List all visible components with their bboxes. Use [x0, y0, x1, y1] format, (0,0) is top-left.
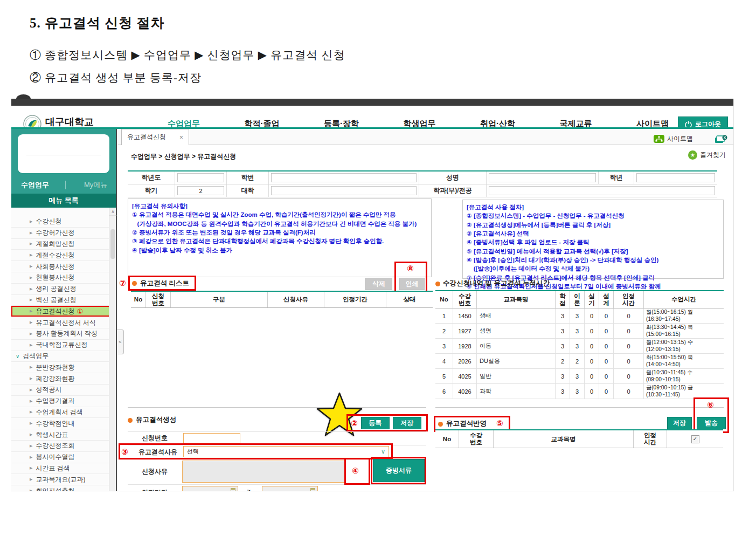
name-input[interactable]: [489, 173, 596, 182]
column-header: 교과목명: [477, 291, 556, 308]
print-button[interactable]: 인쇄: [399, 278, 425, 290]
triangle-icon: ∨: [16, 353, 19, 359]
column-header: 수강 번호: [459, 430, 494, 448]
cell-recognized: 0: [614, 339, 644, 354]
period-start-input[interactable]: [182, 486, 238, 491]
reason-textarea[interactable]: [182, 461, 345, 483]
sidebar-menu-item[interactable]: ▶ 교과목개요(교과): [11, 474, 110, 485]
sidebar-menu-item[interactable]: ▶ 봉사이수열람: [11, 452, 110, 463]
cell-design: 0: [599, 369, 614, 384]
attachment-button[interactable]: 증빙서류: [373, 459, 425, 482]
sidebar-menu-item[interactable]: ▶ 사회봉사신청: [11, 261, 110, 272]
sidebar-menu-item[interactable]: ▶ 수업계획서 검색: [11, 407, 110, 419]
notice-line: ([발송]이후에는 데이터 수정 및 삭제 불가): [467, 264, 719, 273]
sidebar-menu-item[interactable]: ▶ 분반강좌현황: [11, 362, 110, 373]
sidebar-menu-item[interactable]: ▶ 국내학점교류신청: [11, 340, 110, 351]
triangle-icon: ▶: [30, 332, 32, 336]
applyno-label: 신청번호: [128, 431, 182, 445]
sidebar-menu-item-label: 유고결석신청서 서식: [36, 318, 95, 327]
sidebar-menu-item[interactable]: ▶ 계절희망신청: [11, 239, 110, 250]
sidebar-menu-item[interactable]: ▶ 헌혈봉사신청: [11, 272, 110, 284]
cell-course: 생명: [477, 324, 556, 339]
divider: [128, 407, 426, 408]
scrollbar-thumb[interactable]: [110, 229, 115, 259]
apply-section-title: 유고결석반영: [446, 419, 487, 428]
sidebar-menu-item[interactable]: ▶ 유고결석신청서 서식: [11, 317, 110, 328]
triangle-icon: ▶: [30, 220, 32, 224]
sidebar-scrollbar[interactable]: ∧: [109, 208, 116, 491]
sidebar-tab-lecture[interactable]: 수업업무: [21, 180, 49, 190]
grade-input[interactable]: [636, 173, 715, 182]
sidebar-tabs: 수업업무 My메뉴: [11, 178, 116, 192]
divider: [435, 407, 724, 408]
close-icon[interactable]: ×: [179, 134, 183, 141]
semester-input[interactable]: [177, 186, 224, 195]
sidebar-menu-item[interactable]: ▶ 유고결석신청 ①: [11, 306, 110, 317]
column-header: 신청사유: [268, 292, 324, 307]
sidebar-menu-item[interactable]: ▶ 수강신청조회: [11, 441, 110, 452]
table-row: 4 2026 DU실용 2 2 0 0 0 화(15:00~15:50) 목(1…: [435, 354, 724, 369]
scroll-up-icon[interactable]: ∧: [109, 208, 116, 216]
table-row: 3 1928 아동 3 3 0 0 0 월(12:00~13:15) 수(12:…: [435, 339, 724, 354]
tab-yugogyeolseok[interactable]: 유고결석신청 ×: [121, 129, 189, 145]
sidebar-menu-item[interactable]: ▶ 백신 공결신청: [11, 295, 110, 306]
cell-no: 2: [435, 324, 453, 339]
cell-schedule: 금(09:00~10:15) 금(10:30~11:45): [644, 384, 724, 399]
apply-save-button[interactable]: 저장: [667, 417, 692, 429]
triangle-icon: ▶: [30, 444, 32, 448]
sidebar-menu-item[interactable]: ▶ 폐강강좌현황: [11, 373, 110, 385]
sidebar-menu-item[interactable]: ▶ 성적공시: [11, 385, 110, 396]
close-all-tabs-icon[interactable]: [715, 135, 727, 146]
send-button[interactable]: 발송: [697, 417, 726, 429]
annotation-number-3: ③: [121, 448, 128, 456]
sidebar-menu-item[interactable]: ∨ 검색업무: [11, 351, 110, 362]
college-input[interactable]: [271, 186, 417, 195]
cell-theory: 3: [570, 308, 585, 324]
favorite-button[interactable]: ★ 즐겨찾기: [688, 150, 726, 160]
sidebar-menu-item[interactable]: ▶ 취업적성추천: [11, 485, 110, 491]
sidebar-menu-item[interactable]: ▶ 시간표 검색: [11, 463, 110, 475]
calendar-icon[interactable]: [310, 488, 315, 491]
applyno-input[interactable]: [183, 433, 240, 443]
sidebar-menu-item[interactable]: ▶ 수강학점안내: [11, 418, 110, 429]
cell-theory: 3: [570, 369, 585, 384]
sidebar-menu-item[interactable]: ▶ 수강신청: [11, 216, 110, 228]
divider: [26, 155, 101, 155]
sidebar-collapse-handle[interactable]: <: [117, 330, 124, 354]
period-end-input[interactable]: [262, 486, 318, 491]
reason-type-select[interactable]: 선택 ∨: [183, 446, 389, 457]
notice-title: [유고결석 유의사항]: [132, 202, 427, 210]
select-all-checkbox[interactable]: ✓: [691, 435, 699, 443]
page: 5. 유고결석 신청 절차 ① 종합정보시스템 ▶ 수업업무 ▶ 신청업무 ▶ …: [0, 0, 756, 535]
sidebar-menu-item[interactable]: ▶ 생리 공결신청: [11, 284, 110, 295]
register-button[interactable]: 등록: [361, 417, 390, 429]
annotation-number-2: ②: [351, 419, 358, 427]
column-header: 교과목명: [494, 430, 634, 448]
cell-schedule: 화(15:00~15:50) 목(14:00~14:50): [644, 354, 724, 369]
triangle-icon: ▶: [30, 455, 32, 459]
semester-label: 학기: [128, 184, 175, 197]
sitemap-button[interactable]: 사이트맵: [654, 134, 693, 143]
year-input[interactable]: [177, 173, 224, 182]
save-button[interactable]: 저장: [393, 417, 421, 429]
notice-line: ② [유고결석생성]메뉴에서 [등록]버튼 클릭 후 [저장]: [467, 221, 719, 229]
cell-theory: 3: [570, 324, 585, 339]
sidebar-menu-item[interactable]: ▶ 수강허가신청: [11, 228, 110, 239]
favorite-label: 즐겨찾기: [700, 150, 726, 160]
dept-input[interactable]: [489, 186, 715, 195]
sidebar-tab-mymenu[interactable]: My메뉴: [84, 180, 107, 190]
studentno-input[interactable]: [271, 173, 417, 182]
sidebar-menu-item[interactable]: ▶ 수업평가결과: [11, 396, 110, 407]
sidebar-menu-item[interactable]: ▶ 학생시간표: [11, 429, 110, 441]
workspace-tabbar: [118, 129, 733, 145]
sidebar-menu-item[interactable]: ▶ 봉사 활동계획서 작성: [11, 328, 110, 340]
column-header: 실 기: [585, 291, 599, 308]
sidebar-menu-item[interactable]: ▶ 계절수강신청: [11, 250, 110, 261]
calendar-icon[interactable]: [231, 488, 235, 491]
cell-code: 4026: [453, 384, 477, 399]
cell-practice: 0: [585, 384, 599, 399]
notice-line: ⑥ [발송]후 [승인]처리 대기(학과(부)장 승인) -> 단과대학 행정실…: [467, 256, 719, 264]
sidebar-menu-item-label: 검색업무: [23, 352, 48, 361]
grade-label: 학년: [599, 172, 634, 184]
delete-button[interactable]: 삭제: [365, 278, 392, 290]
